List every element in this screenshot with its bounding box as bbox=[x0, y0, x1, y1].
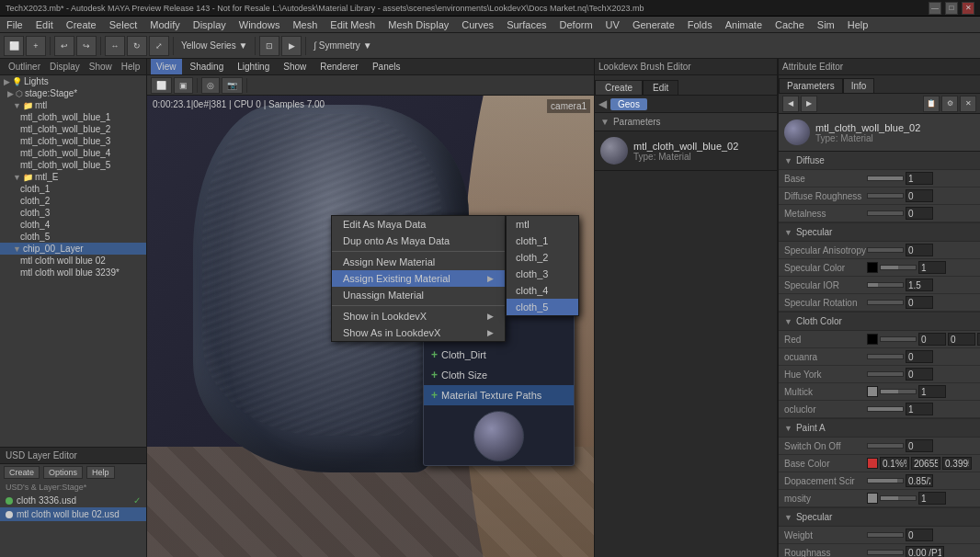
tree-item-mtl[interactable]: ▼ 📁 mtl bbox=[0, 99, 146, 111]
color-swatch[interactable] bbox=[867, 262, 878, 273]
attr-slider[interactable] bbox=[867, 193, 904, 199]
tree-item-cloth3[interactable]: cloth_3 bbox=[0, 207, 146, 219]
tree-item-chip-layer[interactable]: ▼ chip_00_Layer bbox=[0, 243, 146, 255]
attr-slider[interactable] bbox=[867, 176, 904, 181]
tree-item-blue5[interactable]: mtl_cloth_woll_blue_5 bbox=[0, 159, 146, 171]
attr-tab-parameters[interactable]: Parameters bbox=[779, 78, 843, 93]
vp-tab-view[interactable]: View bbox=[151, 59, 182, 74]
toolbar-btn-scale[interactable]: ⤢ bbox=[149, 36, 169, 56]
menu-item-surfaces[interactable]: Surfaces bbox=[500, 17, 553, 32]
tree-item-mtle[interactable]: ▼ 📁 mtl_E bbox=[0, 171, 146, 183]
ld-tab-edit[interactable]: Edit bbox=[643, 80, 678, 95]
ctx-show-as-lookdev[interactable]: Show As in LookdevX ▶ bbox=[332, 324, 505, 341]
vp-tab-panels[interactable]: Panels bbox=[367, 59, 406, 74]
menu-item-mesh[interactable]: Mesh bbox=[286, 17, 324, 32]
tree-item-blue1[interactable]: mtl_cloth_woll_blue_1 bbox=[0, 111, 146, 123]
attr-input-bc3[interactable] bbox=[942, 457, 972, 470]
tree-item-cloth1[interactable]: cloth_1 bbox=[0, 183, 146, 195]
ctx-dup-maya[interactable]: Dup onto As Maya Data bbox=[332, 233, 505, 249]
attr-slider[interactable] bbox=[867, 300, 904, 305]
lookdev-brush-label[interactable]: Geos bbox=[610, 98, 647, 110]
menu-item-generate[interactable]: Generate bbox=[626, 17, 681, 32]
attr-slider[interactable] bbox=[867, 247, 904, 253]
vp-toolbar-btn-3[interactable]: ◎ bbox=[201, 77, 220, 94]
toolbar-btn-1[interactable]: ⬜ bbox=[4, 36, 24, 56]
tree-item-cloth4[interactable]: cloth_4 bbox=[0, 219, 146, 231]
attr-input-switch[interactable] bbox=[906, 439, 933, 452]
attr-slider[interactable] bbox=[867, 406, 904, 412]
attr-input-base[interactable] bbox=[906, 172, 933, 185]
attr-input-bc1[interactable] bbox=[880, 457, 909, 470]
attr-section-header-specular[interactable]: ▼ Specular bbox=[779, 223, 980, 242]
menu-item-help[interactable]: Help bbox=[841, 17, 875, 32]
attr-input-spec-rot[interactable] bbox=[906, 296, 933, 309]
vp-toolbar-btn-1[interactable]: ⬜ bbox=[151, 77, 172, 94]
maximize-button[interactable]: □ bbox=[945, 2, 958, 15]
attr-section-header-paint-a[interactable]: ▼ Paint A bbox=[779, 419, 980, 438]
sub-item-cloth1[interactable]: cloth_1 bbox=[507, 233, 578, 249]
outliner-menu-help[interactable]: Show bbox=[85, 59, 117, 74]
color-swatch-red[interactable] bbox=[867, 458, 878, 469]
attr-input-roughness[interactable] bbox=[906, 546, 944, 557]
usd-layer-item-2[interactable]: mtl cloth woll blue 02.usd bbox=[0, 507, 146, 521]
tree-item-cloth2[interactable]: cloth_2 bbox=[0, 195, 146, 207]
attr-slider[interactable] bbox=[880, 389, 917, 394]
toolbar-btn-3[interactable]: ↩ bbox=[54, 36, 74, 56]
toolbar-btn-2[interactable]: + bbox=[26, 36, 46, 56]
tree-item-mtl-cloth-3239[interactable]: mtl cloth woll blue 3239* bbox=[0, 267, 146, 278]
menu-item-uv[interactable]: UV bbox=[599, 17, 626, 32]
attr-prev-btn[interactable]: ◀ bbox=[782, 96, 799, 112]
tree-item-blue3[interactable]: mtl_cloth_woll_blue_3 bbox=[0, 135, 146, 147]
lookdev-back-arrow[interactable]: ◀ bbox=[598, 97, 607, 110]
outliner-menu-help2[interactable]: Help bbox=[117, 59, 145, 74]
attr-section-header-diffuse[interactable]: ▼ Diffuse bbox=[779, 152, 980, 170]
attr-input-hue-york[interactable] bbox=[906, 368, 933, 381]
attr-close-btn[interactable]: ✕ bbox=[960, 96, 976, 112]
attr-input-spec-ior[interactable] bbox=[906, 278, 933, 291]
toolbar-btn-move[interactable]: ↔ bbox=[105, 36, 125, 56]
usd-help-btn[interactable]: Help bbox=[86, 466, 115, 479]
menu-item-deform[interactable]: Deform bbox=[553, 17, 599, 32]
sub-item-cloth5[interactable]: cloth_5 bbox=[507, 299, 578, 315]
menu-item-curves[interactable]: Curves bbox=[455, 17, 500, 32]
menu-item-cache[interactable]: Cache bbox=[769, 17, 811, 32]
ctx-assign-new[interactable]: Assign New Material bbox=[332, 254, 505, 270]
usd-layer-item-1[interactable]: cloth 3336.usd ✓ bbox=[0, 494, 146, 507]
usd-create-btn[interactable]: Create bbox=[4, 466, 40, 479]
attr-slider[interactable] bbox=[867, 550, 904, 555]
sub-item-mtl[interactable]: mtl bbox=[507, 216, 578, 233]
menu-item-display[interactable]: Display bbox=[187, 17, 233, 32]
attr-input-dopacement[interactable] bbox=[906, 474, 933, 487]
attr-tab-info[interactable]: Info bbox=[843, 78, 875, 93]
menu-item-sim[interactable]: Sim bbox=[811, 17, 841, 32]
menu-item-edit[interactable]: Edit bbox=[29, 17, 60, 32]
attr-input-red2[interactable] bbox=[948, 333, 975, 346]
sub-item-cloth3[interactable]: cloth_3 bbox=[507, 266, 578, 282]
ld-tab-create[interactable]: Create bbox=[595, 80, 643, 95]
ctx-edit-maya[interactable]: Edit As Maya Data bbox=[332, 216, 505, 233]
attr-input-diffuse-roughness[interactable] bbox=[906, 189, 933, 202]
attr-input-red[interactable] bbox=[918, 333, 946, 346]
menu-item-folds[interactable]: Folds bbox=[681, 17, 719, 32]
color-swatch[interactable] bbox=[867, 493, 878, 504]
attr-input-spec-color[interactable] bbox=[918, 261, 946, 274]
ctx-assign-existing[interactable]: Assign Existing Material ▶ bbox=[332, 270, 505, 287]
vp-tab-renderer[interactable]: Renderer bbox=[314, 59, 364, 74]
color-swatch[interactable] bbox=[867, 334, 878, 345]
attr-section-header-cloth-color[interactable]: ▼ Cloth Color bbox=[779, 313, 980, 331]
attr-input-metalness[interactable] bbox=[906, 207, 933, 220]
menu-item-windows[interactable]: Windows bbox=[233, 17, 287, 32]
menu-item-edit-mesh[interactable]: Edit Mesh bbox=[324, 17, 382, 32]
minimize-button[interactable]: — bbox=[929, 2, 941, 15]
attr-input-spec-aniso[interactable] bbox=[906, 244, 933, 256]
ctx-unassign[interactable]: Unassign Material bbox=[332, 287, 505, 303]
usd-options-btn[interactable]: Options bbox=[43, 466, 83, 479]
attr-slider[interactable] bbox=[867, 282, 904, 288]
toolbar-btn-4[interactable]: ↪ bbox=[76, 36, 97, 56]
attr-clipboard-btn[interactable]: 📋 bbox=[923, 96, 940, 112]
menu-item-select[interactable]: Select bbox=[103, 17, 144, 32]
ld-section-parameters[interactable]: ▼ Parameters bbox=[595, 113, 777, 131]
outliner-menu-display[interactable]: Outliner bbox=[4, 59, 45, 74]
menu-item-animate[interactable]: Animate bbox=[719, 17, 769, 32]
attr-section-header-specular2[interactable]: ▼ Specular bbox=[779, 508, 980, 527]
